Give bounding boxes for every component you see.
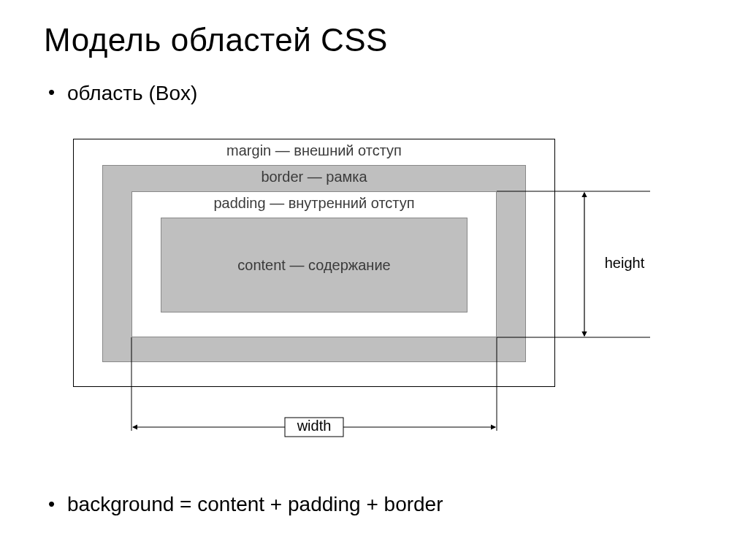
bullet-item-background: background = content + padding + border (44, 493, 443, 516)
padding-label: padding — внутренний отступ (132, 195, 496, 212)
bullet-list: область (Box) (44, 80, 704, 107)
bullet-list-2: background = content + padding + border (44, 493, 443, 516)
slide: Модель областей CSS область (Box) margin… (0, 0, 748, 560)
svg-rect-5 (285, 418, 343, 437)
content-box: content — содержание (161, 218, 468, 312)
box-model-diagram: margin — внешний отступ border — рамка p… (73, 139, 694, 460)
margin-label: margin — внешний отступ (74, 142, 554, 159)
height-dim-label: height (605, 255, 645, 271)
slide-title: Модель областей CSS (44, 22, 704, 58)
bullet-item-box: область (Box) (44, 80, 704, 107)
border-label: border — рамка (103, 169, 525, 185)
width-dim-label: width (297, 418, 332, 434)
content-label: content — содержание (237, 257, 390, 274)
svg-rect-4 (285, 416, 343, 437)
